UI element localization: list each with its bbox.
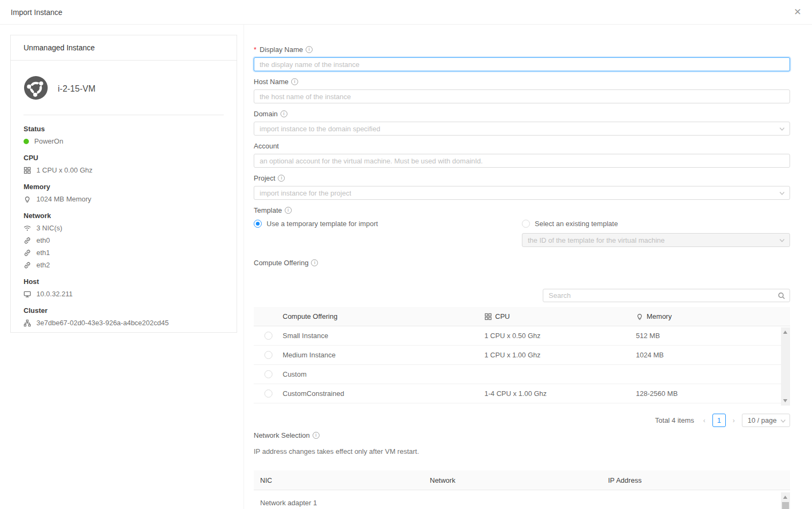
offering-cpu: 1 CPU x 0.50 Ghz xyxy=(484,332,636,340)
nic-name: eth0 xyxy=(36,236,50,244)
nic-table-header: NIC Network IP Address xyxy=(254,470,790,490)
scroll-up-icon[interactable] xyxy=(783,496,787,499)
nic-table: NIC Network IP Address Network adapter 1… xyxy=(254,470,790,509)
table-row[interactable]: CustomConstrained 1-4 CPU x 1.00 Ghz 128… xyxy=(254,384,781,403)
radio-temporary-template[interactable]: Use a temporary template for import xyxy=(254,218,522,229)
col-ip-address: IP Address xyxy=(608,476,790,484)
table-row[interactable]: Custom xyxy=(254,365,781,384)
link-icon xyxy=(24,237,31,244)
search-icon[interactable] xyxy=(778,292,785,300)
info-icon: i xyxy=(291,78,298,85)
compute-table-header: Compute Offering CPU Memory xyxy=(254,307,790,326)
row-radio[interactable] xyxy=(264,332,272,340)
pagination-next-icon[interactable]: › xyxy=(730,417,738,424)
nic-item: eth2 xyxy=(24,261,224,269)
chevron-down-icon xyxy=(779,126,785,132)
memory-label: Memory xyxy=(24,183,224,191)
nic-name: eth2 xyxy=(36,261,50,269)
nic-table-scrollbar[interactable] xyxy=(781,492,790,509)
host-section: Host 10.0.32.211 xyxy=(24,278,224,298)
table-row[interactable]: Medium Instance 1 CPU x 1.00 Ghz 1024 MB xyxy=(254,346,781,365)
page-size-select[interactable]: 10 / page xyxy=(742,414,790,427)
offering-name: Small Instance xyxy=(283,332,484,340)
account-input[interactable] xyxy=(254,154,790,168)
pagination-prev-icon[interactable]: ‹ xyxy=(701,417,708,424)
scroll-up-icon[interactable] xyxy=(783,331,787,334)
status-section: Status PowerOn xyxy=(24,125,224,145)
status-value: PowerOn xyxy=(34,137,63,145)
project-placeholder: import instance for the project xyxy=(260,189,351,197)
page-size-value: 10 / page xyxy=(748,416,777,424)
offering-memory: 128-2560 MB xyxy=(636,390,781,398)
scrollbar-thumb[interactable] xyxy=(782,502,789,509)
domain-placeholder: import instance to the domain specified xyxy=(260,125,380,133)
radio-temporary-label: Use a temporary template for import xyxy=(267,220,378,228)
card-title: Unmanaged Instance xyxy=(11,35,237,61)
domain-label: Domain xyxy=(254,110,278,118)
compute-offering-label: Compute Offering xyxy=(254,259,308,267)
host-label: Host xyxy=(24,278,224,286)
table-row[interactable]: Small Instance 1 CPU x 0.50 Ghz 512 MB xyxy=(254,326,781,346)
offering-name: Medium Instance xyxy=(283,351,484,359)
radio-off-icon[interactable] xyxy=(522,220,530,228)
display-name-input[interactable] xyxy=(254,57,790,71)
cluster-label: Cluster xyxy=(24,306,224,315)
info-icon: i xyxy=(311,259,318,266)
nic-name: eth1 xyxy=(36,249,50,257)
pagination-total: Total 4 items xyxy=(655,416,694,424)
info-icon: i xyxy=(280,110,287,117)
status-dot-icon xyxy=(24,139,29,144)
pagination: Total 4 items ‹ 1 › 10 / page xyxy=(254,414,790,427)
row-radio[interactable] xyxy=(264,370,272,378)
offering-memory: 1024 MB xyxy=(636,351,781,359)
network-selection-note: IP address changes takes effect only aft… xyxy=(254,447,790,455)
chevron-down-icon xyxy=(780,418,786,424)
template-label: Template xyxy=(254,206,282,214)
account-label: Account xyxy=(254,142,279,150)
project-label: Project xyxy=(254,174,275,182)
offering-name: CustomConstrained xyxy=(283,390,484,398)
required-mark: * xyxy=(254,46,256,54)
monitor-icon xyxy=(24,290,31,298)
compute-offering-search[interactable] xyxy=(543,289,790,302)
chevron-down-icon xyxy=(779,238,785,243)
wifi-icon xyxy=(24,224,31,232)
host-value: 10.0.32.211 xyxy=(36,290,73,298)
link-icon xyxy=(24,261,31,269)
radio-existing-template[interactable]: Select an existing template xyxy=(522,218,790,229)
scroll-down-icon[interactable] xyxy=(783,399,787,402)
cluster-icon xyxy=(24,319,31,327)
col-cpu: CPU xyxy=(495,312,510,320)
host-name-input[interactable] xyxy=(254,89,790,103)
memory-section: Memory 1024 MB Memory xyxy=(24,183,224,203)
domain-select[interactable]: import instance to the domain specified xyxy=(254,122,790,136)
row-radio[interactable] xyxy=(264,390,272,398)
host-name-label: Host Name xyxy=(254,78,289,86)
cluster-value: 3e7dbe67-02d0-43e3-926a-a4bce202cd45 xyxy=(36,319,169,327)
cpu-label: CPU xyxy=(24,154,224,162)
status-label: Status xyxy=(24,125,224,133)
radio-existing-label: Select an existing template xyxy=(535,220,618,228)
offering-cpu: 1-4 CPU x 1.00 Ghz xyxy=(484,390,636,398)
info-icon: i xyxy=(278,175,285,182)
pagination-page-1[interactable]: 1 xyxy=(712,414,726,427)
import-form: * Display Name i Host Name i Domain i im… xyxy=(254,35,790,509)
card-divider xyxy=(24,115,224,115)
table-scrollbar[interactable] xyxy=(781,327,790,406)
cpu-value: 1 CPU x 0.00 Ghz xyxy=(36,166,93,174)
cpu-grid-icon xyxy=(484,313,492,320)
offering-memory: 512 MB xyxy=(636,332,781,340)
link-icon xyxy=(24,249,31,257)
col-network: Network xyxy=(430,476,608,484)
close-icon[interactable]: ✕ xyxy=(792,6,803,18)
cluster-section: Cluster 3e7dbe67-02d0-43e3-926a-a4bce202… xyxy=(24,306,224,327)
cpu-section: CPU 1 CPU x 0.00 Ghz xyxy=(24,154,224,174)
radio-on-icon[interactable] xyxy=(254,220,262,228)
network-label: Network xyxy=(24,212,224,220)
search-input[interactable] xyxy=(549,291,778,300)
existing-template-select[interactable]: the ID of the template for the virtual m… xyxy=(522,233,790,247)
bulb-icon xyxy=(24,196,31,203)
project-select[interactable]: import instance for the project xyxy=(254,186,790,200)
row-radio[interactable] xyxy=(264,351,272,359)
nic-count: 3 NIC(s) xyxy=(36,224,62,232)
